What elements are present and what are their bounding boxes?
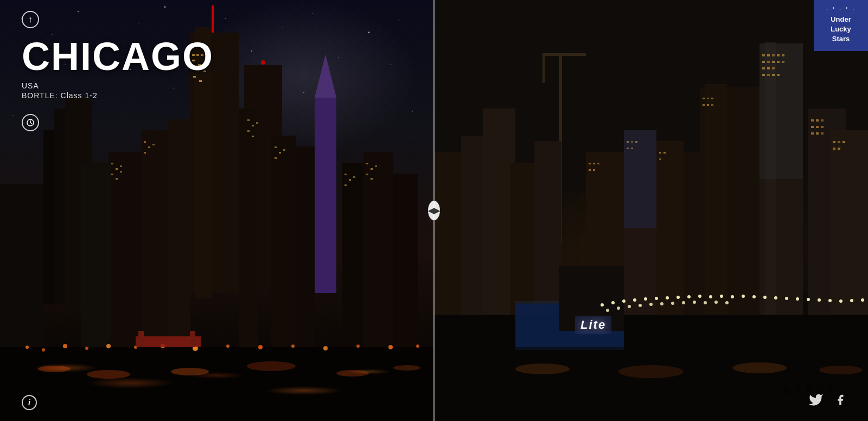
svg-rect-106 bbox=[767, 54, 770, 56]
slider-button[interactable]: ◀▶ bbox=[428, 201, 440, 220]
up-arrow-icon: ↑ bbox=[28, 15, 33, 24]
city-title-block: CHICAGO USA BORTLE: Class 1-2 bbox=[22, 37, 214, 100]
svg-rect-91 bbox=[542, 56, 545, 83]
svg-rect-105 bbox=[762, 54, 765, 56]
svg-rect-135 bbox=[838, 148, 840, 150]
svg-point-204 bbox=[704, 301, 707, 304]
svg-point-195 bbox=[606, 309, 609, 312]
city-country-text: USA bbox=[22, 81, 214, 90]
left-overlay: ↑ CHICAGO USA BORTLE: Class 1-2 i bbox=[0, 0, 434, 421]
svg-rect-122 bbox=[811, 119, 814, 122]
svg-point-205 bbox=[714, 301, 718, 304]
logo-line1: Under bbox=[831, 15, 851, 23]
svg-rect-90 bbox=[542, 53, 586, 56]
svg-point-189 bbox=[807, 298, 810, 301]
svg-rect-136 bbox=[589, 163, 591, 164]
svg-rect-119 bbox=[767, 74, 770, 76]
svg-point-191 bbox=[828, 299, 832, 302]
svg-point-167 bbox=[618, 365, 684, 378]
svg-rect-152 bbox=[703, 104, 705, 106]
svg-rect-154 bbox=[711, 104, 713, 106]
image-divider: ◀▶ bbox=[431, 0, 437, 421]
svg-rect-110 bbox=[762, 61, 765, 63]
svg-rect-115 bbox=[762, 67, 765, 69]
svg-rect-120 bbox=[772, 74, 775, 76]
svg-rect-125 bbox=[811, 126, 814, 128]
info-button[interactable]: i bbox=[22, 395, 37, 410]
svg-rect-123 bbox=[816, 119, 819, 122]
svg-rect-148 bbox=[659, 158, 661, 160]
svg-point-174 bbox=[644, 297, 647, 301]
up-arrow-button[interactable]: ↑ bbox=[22, 11, 39, 28]
svg-point-206 bbox=[725, 301, 729, 304]
svg-point-165 bbox=[827, 384, 833, 393]
svg-point-192 bbox=[839, 299, 843, 303]
social-icons-container bbox=[808, 392, 846, 411]
svg-point-172 bbox=[622, 299, 626, 303]
svg-point-196 bbox=[617, 307, 620, 310]
svg-rect-130 bbox=[821, 132, 824, 135]
svg-point-179 bbox=[698, 295, 701, 298]
svg-rect-117 bbox=[772, 67, 775, 69]
left-panel: ↑ CHICAGO USA BORTLE: Class 1-2 i bbox=[0, 0, 434, 421]
svg-rect-108 bbox=[777, 54, 780, 56]
svg-point-193 bbox=[850, 299, 853, 302]
svg-point-198 bbox=[639, 304, 642, 307]
lite-sign: Lite bbox=[575, 316, 611, 334]
svg-rect-131 bbox=[833, 141, 835, 143]
svg-point-180 bbox=[709, 295, 712, 298]
svg-rect-150 bbox=[707, 98, 709, 99]
svg-rect-139 bbox=[589, 169, 591, 171]
svg-rect-112 bbox=[772, 61, 775, 63]
svg-point-169 bbox=[819, 366, 863, 374]
svg-rect-109 bbox=[782, 54, 784, 56]
svg-point-197 bbox=[628, 305, 631, 308]
svg-point-201 bbox=[671, 302, 674, 305]
svg-rect-124 bbox=[821, 119, 824, 122]
info-icon-label: i bbox=[28, 398, 30, 407]
svg-point-181 bbox=[720, 295, 723, 298]
svg-rect-118 bbox=[762, 74, 765, 76]
city-bortle-text: BORTLE: Class 1-2 bbox=[22, 91, 214, 100]
svg-rect-149 bbox=[703, 98, 705, 99]
clock-button[interactable] bbox=[22, 114, 39, 131]
main-container: ↑ CHICAGO USA BORTLE: Class 1-2 i bbox=[0, 0, 868, 421]
svg-point-178 bbox=[687, 295, 691, 298]
svg-rect-138 bbox=[597, 163, 599, 164]
svg-line-84 bbox=[30, 123, 32, 124]
svg-point-183 bbox=[742, 295, 745, 298]
svg-point-184 bbox=[752, 295, 756, 298]
svg-rect-128 bbox=[811, 132, 814, 135]
svg-point-161 bbox=[784, 386, 789, 395]
svg-point-203 bbox=[693, 301, 696, 304]
twitter-icon[interactable] bbox=[808, 392, 824, 411]
city-skyline-right bbox=[434, 0, 868, 421]
svg-rect-114 bbox=[782, 61, 784, 63]
svg-point-194 bbox=[861, 298, 864, 302]
svg-rect-129 bbox=[816, 132, 819, 135]
svg-rect-134 bbox=[833, 148, 835, 150]
svg-rect-107 bbox=[772, 54, 775, 56]
svg-rect-111 bbox=[767, 61, 770, 63]
facebook-icon[interactable] bbox=[834, 392, 846, 411]
svg-rect-147 bbox=[663, 152, 666, 154]
svg-point-199 bbox=[649, 303, 653, 306]
logo-block[interactable]: · * · * · Under Lucky Stars bbox=[814, 0, 868, 51]
svg-rect-127 bbox=[821, 126, 824, 128]
logo-line2: Lucky bbox=[831, 25, 851, 33]
svg-point-186 bbox=[774, 296, 777, 299]
logo-text: Under Lucky Stars bbox=[819, 15, 863, 44]
svg-point-177 bbox=[676, 296, 680, 299]
clock-icon-svg bbox=[26, 118, 35, 127]
svg-rect-151 bbox=[711, 98, 713, 99]
svg-rect-94 bbox=[760, 43, 803, 179]
svg-rect-96 bbox=[705, 84, 727, 326]
right-panel: · * · * · Under Lucky Stars Lite bbox=[434, 0, 868, 421]
city-name-text: CHICAGO bbox=[22, 37, 214, 76]
svg-point-190 bbox=[818, 298, 821, 302]
svg-rect-116 bbox=[767, 67, 770, 69]
svg-rect-113 bbox=[777, 61, 780, 63]
svg-rect-153 bbox=[707, 104, 709, 106]
svg-rect-140 bbox=[593, 169, 595, 171]
svg-rect-133 bbox=[843, 141, 845, 143]
